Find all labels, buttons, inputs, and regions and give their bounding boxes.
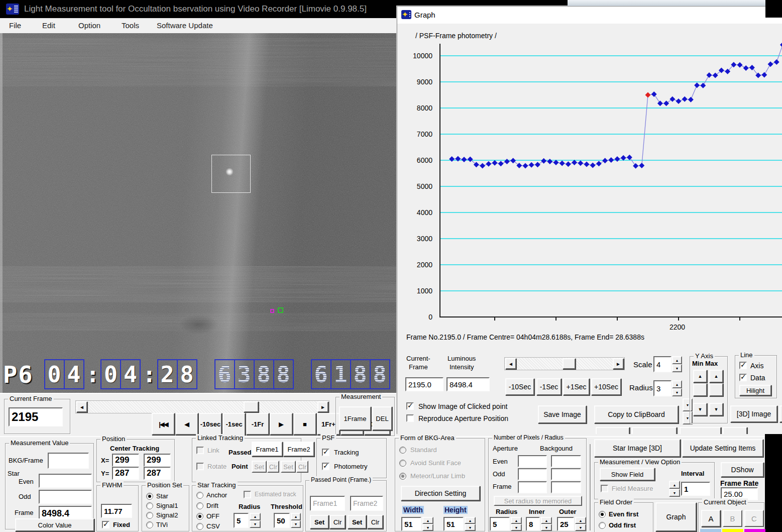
st-radius-field[interactable]: 5 <box>234 513 249 528</box>
radio-tivi[interactable] <box>146 521 153 528</box>
radio-odd-first[interactable] <box>599 522 606 529</box>
x-tracking-field[interactable]: 299 <box>144 454 171 467</box>
radio-drift[interactable] <box>196 502 203 509</box>
video-scrollbar-right-arrow[interactable]: ► <box>317 401 328 412</box>
current-frame-field[interactable]: 2195 <box>9 407 63 427</box>
object-c-button[interactable]: C <box>744 510 764 527</box>
pp-clr2-button[interactable]: Clr <box>367 515 383 529</box>
copy-clipboard-button[interactable]: Copy to ClipBoard <box>594 405 679 423</box>
gc-radius-spinner[interactable]: ▲▼ <box>672 380 682 396</box>
radio-anchor[interactable] <box>196 492 203 499</box>
interval-field[interactable]: 1 <box>681 482 710 496</box>
field-measure-checkbox[interactable] <box>601 485 608 492</box>
estimated-track-checkbox[interactable] <box>244 491 251 498</box>
minus-10sec-button[interactable]: -10sec <box>199 413 222 435</box>
minus-1sec-button[interactable]: -1sec <box>222 413 246 435</box>
graph-scrollbar-right-arrow[interactable]: ► <box>613 358 624 369</box>
save-image-button[interactable]: Save Image <box>538 405 587 423</box>
bkg-frame-field[interactable] <box>48 453 89 469</box>
lt-set1-button[interactable]: Set <box>252 461 267 473</box>
one-frame-button[interactable]: 1Frame <box>339 406 371 431</box>
graph-scrollbar-track[interactable]: ◄ ► <box>504 357 625 370</box>
psf-photometry-checkbox[interactable] <box>322 463 329 470</box>
del-button[interactable]: DEL <box>372 406 392 431</box>
fixed-checkbox[interactable] <box>102 521 109 528</box>
st-radius-spinner[interactable]: ▲▼ <box>250 513 261 528</box>
bkg-height-field[interactable]: 51 <box>443 517 464 531</box>
px-even-aperture-field[interactable] <box>518 455 547 467</box>
y-center-field[interactable]: 287 <box>112 467 139 480</box>
bkg-width-field[interactable]: 51 <box>401 517 421 531</box>
menu-tools[interactable]: Tools <box>122 21 139 30</box>
radio-standard[interactable] <box>399 447 406 454</box>
px-frame-background-field[interactable] <box>551 481 581 493</box>
lt-set2-button[interactable]: Set <box>281 461 296 473</box>
y-tracking-field[interactable]: 287 <box>144 467 171 480</box>
photometry-plot[interactable] <box>397 25 782 346</box>
x-center-field[interactable]: 299 <box>112 454 139 467</box>
px-inner-field[interactable]: 8 <box>526 517 540 531</box>
pp-frame1-field[interactable]: Frame1 <box>310 496 345 511</box>
show-image-checkbox[interactable] <box>406 402 414 410</box>
fwhm-field[interactable]: 11.77 <box>101 504 132 518</box>
ymin-down-button[interactable]: ▼ <box>693 403 707 416</box>
video-scrollbar-track[interactable]: ◄ ► <box>75 400 329 413</box>
line-axis-checkbox[interactable] <box>739 362 747 369</box>
graph-scrollbar-left-arrow[interactable]: ◄ <box>505 358 516 369</box>
rotate-checkbox[interactable] <box>196 463 204 470</box>
graph-scrollbar-thumb[interactable] <box>563 358 576 369</box>
px-radius-spinner[interactable]: ▲▼ <box>511 517 522 531</box>
video-scrollbar-thumb[interactable] <box>244 401 259 412</box>
reproduce-aperture-checkbox[interactable] <box>406 414 414 422</box>
radio-off[interactable] <box>196 513 203 520</box>
radio-avoid-sunlit[interactable] <box>399 460 406 467</box>
update-setting-items-button[interactable]: Update Setting Items <box>682 439 763 457</box>
interval-spinner[interactable]: ▲▼ <box>669 481 680 497</box>
bkg-height-spinner[interactable]: ▲▼ <box>465 517 476 531</box>
gc-luminous-field[interactable]: 8498.4 <box>446 377 490 391</box>
bkg-width-spinner[interactable]: ▲▼ <box>422 517 433 531</box>
image-3d-button[interactable]: [3D] Image <box>730 405 777 422</box>
lt-frame1-button[interactable]: Frame1 <box>252 442 283 457</box>
scale-field[interactable]: 4 <box>653 356 672 372</box>
px-odd-background-field[interactable] <box>551 468 581 480</box>
lt-clr1-button[interactable]: Clr <box>267 461 279 473</box>
direction-setting-button[interactable]: Direction Setting <box>401 486 480 501</box>
video-frame[interactable]: P604:04:2863886188 <box>0 33 398 393</box>
rewind-start-button[interactable]: |◀◀ <box>152 413 175 435</box>
radio-signal2[interactable] <box>146 512 153 519</box>
px-inner-spinner[interactable]: ▲▼ <box>541 517 552 531</box>
minus-1sec-graph-button[interactable]: -1Sec <box>536 378 562 395</box>
lt-frame2-button[interactable]: Frame2 <box>283 442 314 457</box>
radio-meteor-limb[interactable] <box>399 473 406 480</box>
radio-csv[interactable] <box>196 523 203 530</box>
pp-set1-button[interactable]: Set <box>310 515 329 529</box>
px-even-background-field[interactable] <box>551 455 581 467</box>
radio-even-first[interactable] <box>599 511 606 518</box>
plus-10sec-graph-button[interactable]: +10Sec <box>591 378 621 395</box>
object-b-button[interactable]: B <box>723 510 742 527</box>
star-image-3d-button[interactable]: Star Image [3D] <box>594 439 681 457</box>
ymax-down-button[interactable]: ▼ <box>709 403 723 416</box>
set-radius-memoried-button[interactable]: Set radius to memoried <box>494 496 582 506</box>
object-a-button[interactable]: A <box>701 510 721 527</box>
ymax-mid-button[interactable] <box>709 383 723 396</box>
gc-current-frame-field[interactable]: 2195.0 <box>405 377 443 391</box>
px-odd-aperture-field[interactable] <box>518 468 547 480</box>
dshow-button[interactable]: DShow <box>721 462 764 477</box>
ymin-up-button[interactable]: ▲ <box>693 370 707 383</box>
scale-spinner[interactable]: ▲▼ <box>672 356 682 372</box>
radio-signal1[interactable] <box>146 502 153 509</box>
video-scrollbar-left-arrow[interactable]: ◄ <box>76 401 87 412</box>
menu-option[interactable]: Option <box>78 21 100 30</box>
pp-frame2-field[interactable]: Frame2 <box>350 496 383 511</box>
play-button[interactable]: ▶ <box>270 413 293 435</box>
link-checkbox[interactable] <box>196 447 204 454</box>
minus-1frame-button[interactable]: -1Fr <box>246 413 269 435</box>
minus-10sec-graph-button[interactable]: -10Sec <box>505 378 534 395</box>
ymin-mid-button[interactable] <box>693 383 707 396</box>
radio-star[interactable] <box>146 493 153 500</box>
graph-button[interactable]: Graph <box>655 502 697 531</box>
star-even-field[interactable] <box>39 474 92 488</box>
star-odd-field[interactable] <box>39 490 92 504</box>
